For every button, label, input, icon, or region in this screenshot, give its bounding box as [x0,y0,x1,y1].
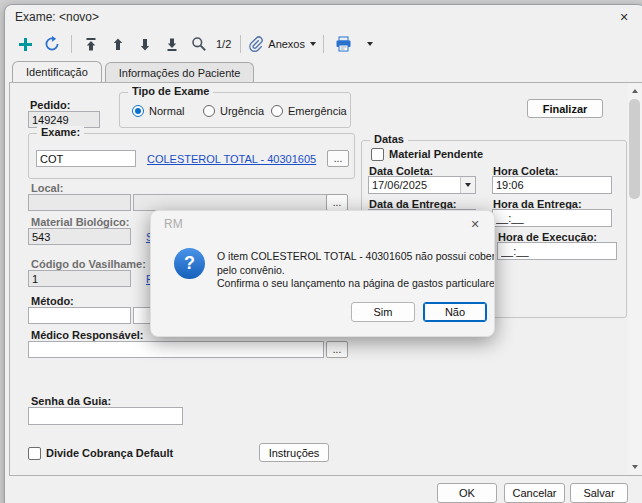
move-down-button[interactable] [133,32,157,56]
plus-icon [18,37,33,52]
first-record-button[interactable] [79,32,103,56]
sim-button[interactable]: Sim [351,302,415,322]
local-label: Local: [31,182,63,194]
scroll-down-button[interactable] [628,460,641,474]
window-title: Exame: <novo> [15,10,99,24]
tab-label: Informações do Paciente [119,67,241,79]
arrow-down-icon [138,37,152,52]
question-icon: ? [174,248,205,279]
radio-label: Normal [149,105,184,117]
instrucoes-button[interactable]: Instruções [259,443,329,462]
dialog-message-line: pelo convênio. [217,264,489,278]
first-record-icon [84,37,98,52]
dialog-close-button[interactable]: ✕ [462,215,488,233]
dialog-message-line: Confirma o seu lançamento na página de g… [217,277,489,291]
material-pendente-label: Material Pendente [389,148,483,160]
radio-normal[interactable]: Normal [132,105,184,117]
data-coleta-dropdown-button[interactable] [460,177,475,193]
toolbar: 1/2 Anexos [5,29,642,59]
exame-group: Exame: COLESTEROL TOTAL - 40301605 ... [28,133,355,179]
local-name-input [133,194,329,211]
tab-strip: Identificação Informações do Paciente [12,62,257,82]
codigo-vasilhame-label: Código do Vasilhame: [31,258,146,270]
radio-emergencia[interactable]: Emergência [271,105,347,117]
arrow-up-icon [111,37,125,52]
material-biologico-code-input [28,228,131,245]
metodo-label: Método: [31,295,74,307]
tab-informacoes-paciente[interactable]: Informações do Paciente [105,62,255,82]
exame-legend: Exame: [37,126,84,138]
toolbar-separator [323,35,324,53]
toolbar-separator [71,35,72,53]
medico-responsavel-label: Médico Responsável: [31,329,143,341]
rm-confirmation-dialog: RM ✕ ? O item COLESTEROL TOTAL - 4030160… [150,210,495,337]
page-indicator: 1/2 [216,38,231,50]
material-biologico-label: Material Biológico: [31,216,129,228]
dialog-title: RM [164,217,183,231]
local-browse-button[interactable]: ... [326,194,348,211]
scrollbar-thumb[interactable] [629,99,640,199]
material-pendente-checkbox[interactable] [371,148,384,161]
titlebar: Exame: <novo> ✕ [5,5,642,29]
radio-selected-icon [132,105,144,117]
refresh-icon [44,36,60,52]
dialog-message: O item COLESTEROL TOTAL - 40301605 não p… [217,250,489,291]
exam-window: Exame: <novo> ✕ 1/2 Anexos [4,4,642,503]
dialog-message-line: O item COLESTEROL TOTAL - 40301605 não p… [217,250,489,264]
triangle-up-icon [632,89,638,93]
data-coleta-field[interactable]: 17/06/2025 [368,176,476,194]
nao-button[interactable]: Não [423,302,487,322]
scroll-up-button[interactable] [628,84,641,98]
cancel-button[interactable]: Cancelar [504,483,565,503]
window-close-button[interactable]: ✕ [609,8,639,27]
ok-button[interactable]: OK [437,483,497,503]
radio-icon [271,105,283,117]
toolbar-separator [240,35,241,53]
search-button[interactable] [187,32,211,56]
senha-guia-label: Senha da Guia: [31,395,111,407]
printer-icon [335,36,352,52]
hora-entrega-input[interactable] [492,209,612,227]
radio-urgencia[interactable]: Urgência [203,105,264,117]
paperclip-icon [248,36,263,52]
divide-cobranca-label: Divide Cobrança Default [46,447,173,459]
metodo-code-input[interactable] [28,307,131,324]
medico-responsavel-input[interactable] [28,341,324,358]
anexos-button[interactable]: Anexos [248,32,316,56]
divide-cobranca-checkbox[interactable] [28,447,41,460]
local-code-input [28,194,131,211]
question-glyph: ? [184,253,195,274]
hora-coleta-input[interactable] [492,176,612,194]
save-button[interactable]: Salvar [570,483,628,503]
exame-code-input[interactable] [36,150,136,167]
senha-guia-input[interactable] [28,407,183,425]
tab-label: Identificação [26,66,88,78]
move-up-button[interactable] [106,32,130,56]
hora-execucao-input[interactable] [497,242,617,260]
search-icon [191,36,207,52]
tipo-exame-legend: Tipo de Exame [128,85,213,97]
medico-responsavel-browse-button[interactable]: ... [326,341,348,358]
datas-legend: Datas [370,133,408,145]
last-record-icon [165,37,179,52]
last-record-button[interactable] [160,32,184,56]
anexos-label: Anexos [268,38,305,50]
codigo-vasilhame-code-input [28,270,131,287]
chevron-down-icon [465,183,471,187]
radio-label: Urgência [220,105,264,117]
tipo-exame-group: Tipo de Exame Normal Urgência Emergência [119,92,351,128]
chevron-down-icon [367,42,373,46]
exame-browse-button[interactable]: ... [327,150,349,167]
exame-name-link[interactable]: COLESTEROL TOTAL - 40301605 [147,153,316,165]
add-button[interactable] [13,32,37,56]
triangle-down-icon [632,465,638,469]
tab-identificacao[interactable]: Identificação [12,61,102,82]
pedido-label: Pedido: [30,99,70,111]
print-button[interactable] [331,32,355,56]
radio-icon [203,105,215,117]
refresh-button[interactable] [40,32,64,56]
finalizar-button[interactable]: Finalizar [527,99,603,118]
print-options-button[interactable] [358,32,382,56]
vertical-scrollbar[interactable] [628,84,641,474]
data-coleta-value: 17/06/2025 [369,179,460,191]
